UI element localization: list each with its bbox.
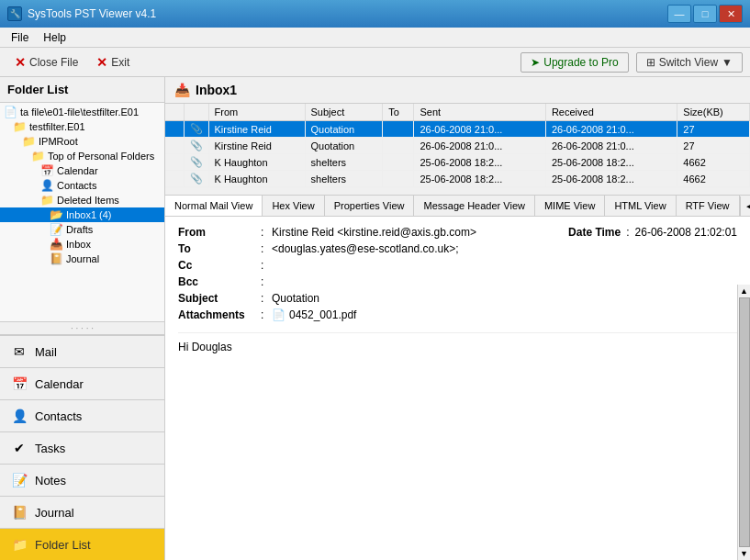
email-subject-cell: shelters (305, 154, 383, 171)
from-label: From (178, 226, 261, 239)
close-file-label: Close File (29, 56, 78, 69)
message-from-row: From : Kirstine Reid <kirstine.reid@axis… (178, 226, 737, 239)
table-row[interactable]: 📎 Kirstine Reid Quotation 26-06-2008 21:… (165, 121, 750, 138)
scrollbar-thumb[interactable] (739, 297, 750, 547)
datetime-label: Date Time (568, 226, 621, 239)
tree-item-journal-label: Journal (66, 253, 99, 264)
tree-scrollbar[interactable]: · · · · · (0, 321, 164, 334)
close-file-button[interactable]: ✕ Close File (7, 52, 85, 73)
col-sent[interactable]: Sent (414, 104, 545, 121)
to-value: <douglas.yates@ese-scotland.co.uk>; (272, 242, 737, 255)
view-tab-prev[interactable]: ◀ (741, 196, 750, 216)
tree-item-ipmroot[interactable]: 📁 IPMRoot (0, 134, 164, 149)
tree-item-journal[interactable]: 📔 Journal (0, 252, 164, 266)
tree-item-deleted-label: Deleted Items (57, 195, 119, 206)
window-close-button[interactable]: ✕ (719, 5, 743, 23)
subject-colon: : (261, 292, 272, 305)
scrollbar-up[interactable]: ▲ (740, 286, 748, 296)
email-subject-cell: shelters (305, 171, 383, 187)
email-flag-cell (165, 121, 184, 138)
inbox1-icon: 📂 (50, 208, 63, 221)
upgrade-button[interactable]: ➤ Upgrade to Pro (521, 52, 628, 73)
email-table-container[interactable]: From Subject To Sent Received Size(KB) 📎… (165, 104, 750, 196)
tab-rtf[interactable]: RTF View (677, 196, 740, 216)
col-size[interactable]: Size(KB) (677, 104, 750, 121)
tree-item-path-label: ta file\e01-file\testfilter.E01 (20, 106, 139, 118)
nav-tasks[interactable]: ✔ Tasks (0, 431, 164, 464)
email-subject-cell: Quotation (305, 138, 383, 154)
tree-item-inbox[interactable]: 📥 Inbox (0, 237, 164, 252)
tree-item-inbox1[interactable]: 📂 Inbox1 (4) (0, 207, 164, 222)
tab-properties[interactable]: Properties View (325, 196, 415, 216)
to-colon: : (261, 242, 272, 255)
upgrade-label: Upgrade to Pro (543, 56, 618, 69)
nav-contacts[interactable]: 👤 Contacts (0, 399, 164, 431)
menu-file[interactable]: File (4, 29, 36, 46)
tree-item-path[interactable]: 📄 ta file\e01-file\testfilter.E01 (0, 105, 164, 119)
col-attach (184, 104, 208, 121)
bcc-label: Bcc (178, 275, 261, 288)
exit-button[interactable]: ✕ Exit (89, 52, 137, 73)
tab-html[interactable]: HTML View (605, 196, 676, 216)
tree-item-calendar[interactable]: 📅 Calendar (0, 163, 164, 178)
table-row[interactable]: 📎 Kirstine Reid Quotation 26-06-2008 21:… (165, 138, 750, 154)
sidebar: Folder List 📄 ta file\e01-file\testfilte… (0, 77, 165, 560)
col-received[interactable]: Received (545, 104, 677, 121)
message-attachments-row: Attachments : 📄 0452_001.pdf (178, 307, 737, 323)
message-body: Hi Douglas (178, 332, 737, 353)
tree-item-testfilter[interactable]: 📁 testfilter.E01 (0, 119, 164, 134)
message-body-text: Hi Douglas (178, 341, 232, 353)
attachment-file-name: 0452_001.pdf (289, 308, 356, 321)
tab-hex[interactable]: Hex View (263, 196, 324, 216)
calendar-nav-icon: 📅 (11, 375, 28, 392)
mail-nav-icon: ✉ (11, 343, 28, 360)
nav-calendar[interactable]: 📅 Calendar (0, 367, 164, 399)
email-attach-cell: 📎 (184, 121, 208, 138)
switch-view-arrow: ▼ (722, 56, 733, 69)
switch-view-button[interactable]: ⊞ Switch View ▼ (636, 52, 743, 73)
nav-mail-label: Mail (35, 345, 57, 359)
table-row[interactable]: 📎 K Haughton shelters 25-06-2008 18:2...… (165, 154, 750, 171)
attachment-value: 📄 0452_001.pdf (272, 308, 356, 321)
attachments-colon: : (261, 308, 272, 321)
nav-journal[interactable]: 📔 Journal (0, 496, 164, 528)
menu-help[interactable]: Help (36, 29, 73, 46)
maximize-button[interactable]: □ (693, 5, 717, 23)
col-subject[interactable]: Subject (305, 104, 383, 121)
message-to-row: To : <douglas.yates@ese-scotland.co.uk>; (178, 241, 737, 257)
tab-mime[interactable]: MIME View (535, 196, 605, 216)
table-row[interactable]: 📎 K Haughton shelters 25-06-2008 18:2...… (165, 171, 750, 187)
detail-scrollbar[interactable]: ▲ ▼ (737, 285, 750, 560)
view-tab-arrows: ◀ ▶ (740, 196, 750, 216)
email-attach-cell: 📎 (184, 138, 208, 154)
minimize-button[interactable]: — (667, 5, 691, 23)
inbox-header-icon: 📥 (174, 83, 190, 97)
tree-item-deleted[interactable]: 📁 Deleted Items (0, 193, 164, 207)
nav-notes[interactable]: 📝 Notes (0, 464, 164, 496)
scrollbar-down[interactable]: ▼ (740, 549, 748, 558)
nav-mail[interactable]: ✉ Mail (0, 335, 164, 367)
tree-item-personal[interactable]: 📁 Top of Personal Folders (0, 149, 164, 163)
email-flag-cell (165, 138, 184, 154)
tab-header[interactable]: Message Header View (414, 196, 534, 216)
cc-label: Cc (178, 259, 261, 272)
bcc-colon: : (261, 275, 272, 288)
email-size-cell: 4662 (677, 171, 750, 187)
col-to[interactable]: To (383, 104, 414, 121)
tree-item-drafts[interactable]: 📝 Drafts (0, 222, 164, 237)
app-title: SysTools PST Viewer v4.1 (28, 7, 156, 20)
testfilter-icon: 📁 (13, 120, 27, 133)
col-from[interactable]: From (208, 104, 305, 121)
email-size-cell: 4662 (677, 154, 750, 171)
email-sent-cell: 26-06-2008 21:0... (414, 138, 545, 154)
email-from-cell: Kirstine Reid (208, 138, 305, 154)
nav-folderlist[interactable]: 📁 Folder List (0, 528, 164, 560)
tree-area[interactable]: 📄 ta file\e01-file\testfilter.E01 📁 test… (0, 103, 164, 321)
email-received-cell: 26-06-2008 21:0... (545, 121, 677, 138)
close-file-icon: ✕ (15, 55, 26, 70)
tree-item-inbox1-label: Inbox1 (4) (66, 209, 112, 220)
journal-tree-icon: 📔 (50, 252, 63, 265)
tree-item-contacts[interactable]: 👤 Contacts (0, 178, 164, 193)
inbox-icon: 📥 (50, 238, 63, 251)
tab-normal[interactable]: Normal Mail View (165, 196, 263, 217)
